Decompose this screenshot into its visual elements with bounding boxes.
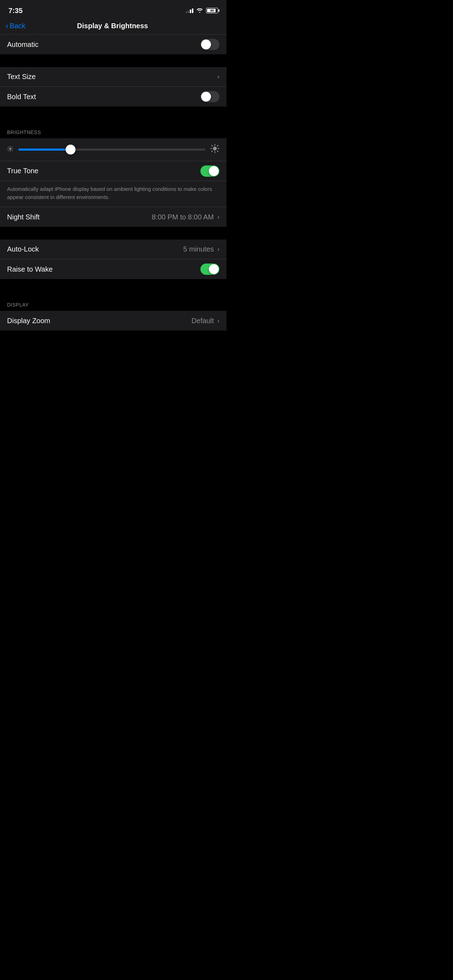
night-shift-value: 8:00 PM to 8:00 AM: [152, 213, 214, 221]
sun-small-icon: [7, 146, 13, 154]
svg-line-14: [212, 145, 212, 146]
status-bar: 7:35 89: [0, 0, 227, 19]
section-gap-2: [0, 107, 227, 119]
back-label: Back: [10, 22, 25, 30]
display-zoom-right: Default ›: [192, 317, 219, 325]
svg-line-6: [12, 150, 12, 151]
true-tone-row: True Tone: [0, 161, 227, 181]
night-shift-right: 8:00 PM to 8:00 AM ›: [152, 213, 219, 221]
status-icons: 89: [186, 8, 218, 14]
text-group: Text Size › Bold Text: [0, 67, 227, 107]
bold-text-label: Bold Text: [7, 93, 36, 101]
text-size-row[interactable]: Text Size ›: [0, 67, 227, 87]
slider-fill: [18, 148, 71, 151]
automatic-section: Automatic: [0, 35, 227, 54]
brightness-group: True Tone Automatically adapt iPhone dis…: [0, 138, 227, 227]
signal-icon: [186, 8, 193, 13]
true-tone-toggle[interactable]: [200, 165, 219, 177]
nav-bar: ‹ Back Display & Brightness: [0, 19, 227, 35]
brightness-section-label: BRIGHTNESS: [7, 129, 41, 135]
slider-thumb: [66, 145, 75, 154]
automatic-row: Automatic: [0, 35, 227, 54]
section-gap-1: [0, 54, 227, 67]
raise-to-wake-toggle[interactable]: [200, 264, 219, 275]
text-size-right: ›: [217, 73, 219, 80]
back-button[interactable]: ‹ Back: [6, 22, 25, 30]
text-size-label: Text Size: [7, 73, 36, 81]
auto-lock-chevron-icon: ›: [217, 245, 219, 253]
raise-to-wake-row: Raise to Wake: [0, 259, 227, 279]
section-gap-3: [0, 227, 227, 240]
toggle-thumb-3: [209, 166, 219, 176]
display-section-header: DISPLAY: [0, 292, 227, 311]
wifi-icon: [196, 8, 203, 14]
status-time: 7:35: [8, 7, 22, 15]
display-zoom-value: Default: [192, 317, 214, 325]
svg-point-9: [213, 147, 217, 151]
toggle-thumb: [201, 40, 211, 49]
raise-to-wake-label: Raise to Wake: [7, 265, 52, 274]
display-zoom-chevron-icon: ›: [217, 317, 219, 325]
brightness-slider-row: [0, 138, 227, 161]
page-title: Display & Brightness: [25, 22, 200, 30]
toggle-thumb-4: [209, 264, 219, 274]
automatic-toggle[interactable]: [200, 39, 219, 50]
text-size-chevron-icon: ›: [217, 73, 219, 80]
display-group: Display Zoom Default ›: [0, 311, 227, 331]
brightness-slider[interactable]: [18, 148, 205, 151]
night-shift-row[interactable]: Night Shift 8:00 PM to 8:00 AM ›: [0, 207, 227, 227]
lock-group: Auto-Lock 5 minutes › Raise to Wake: [0, 240, 227, 279]
auto-lock-row[interactable]: Auto-Lock 5 minutes ›: [0, 240, 227, 259]
display-zoom-row[interactable]: Display Zoom Default ›: [0, 311, 227, 331]
svg-line-16: [217, 145, 218, 146]
display-zoom-label: Display Zoom: [7, 317, 50, 325]
back-chevron-icon: ‹: [6, 22, 8, 30]
toggle-thumb-2: [201, 92, 211, 102]
battery-icon: 89: [206, 8, 218, 13]
auto-lock-right: 5 minutes ›: [183, 245, 219, 253]
svg-line-5: [8, 147, 9, 148]
automatic-label: Automatic: [7, 41, 38, 49]
brightness-section-header: BRIGHTNESS: [0, 119, 227, 138]
svg-line-17: [212, 151, 212, 152]
true-tone-description: Automatically adapt iPhone display based…: [7, 185, 219, 201]
section-gap-4: [0, 279, 227, 292]
svg-line-8: [8, 150, 9, 151]
bold-text-row: Bold Text: [0, 87, 227, 107]
svg-line-15: [217, 151, 218, 152]
svg-line-7: [12, 147, 12, 148]
sun-large-icon: [210, 144, 219, 155]
svg-point-0: [9, 148, 11, 150]
true-tone-description-row: Automatically adapt iPhone display based…: [0, 181, 227, 207]
bold-text-toggle[interactable]: [200, 91, 219, 102]
auto-lock-value: 5 minutes: [183, 245, 214, 253]
auto-lock-label: Auto-Lock: [7, 245, 39, 253]
night-shift-label: Night Shift: [7, 213, 40, 221]
display-section-label: DISPLAY: [7, 302, 29, 308]
true-tone-label: True Tone: [7, 167, 38, 175]
night-shift-chevron-icon: ›: [217, 213, 219, 221]
